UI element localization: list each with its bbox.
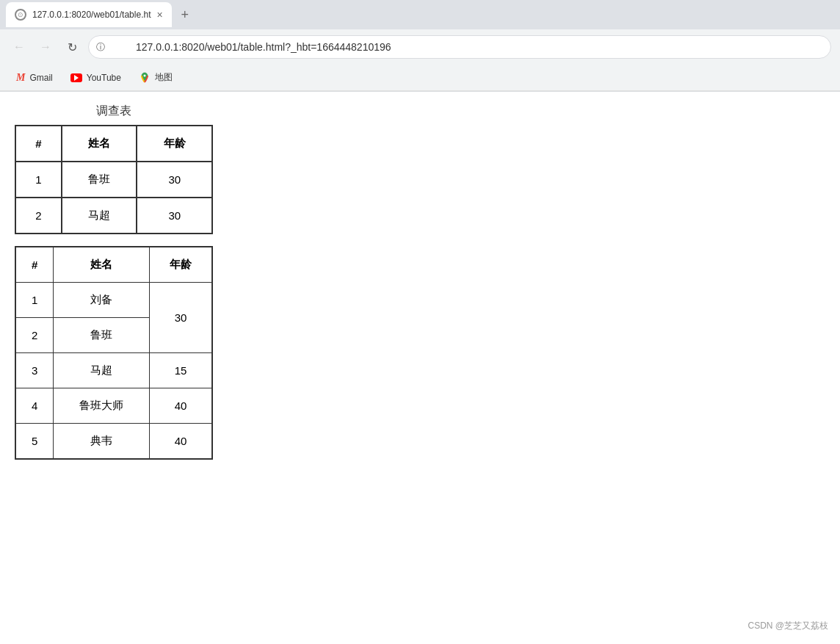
new-tab-button[interactable]: + — [175, 4, 195, 25]
t2-r4-name: 鲁班大师 — [54, 388, 150, 424]
active-tab[interactable]: ⊙ 127.0.0.1:8020/web01/table.ht × — [6, 2, 172, 27]
security-icon: ⓘ — [96, 41, 105, 54]
tab-bar: ⊙ 127.0.0.1:8020/web01/table.ht × + — [0, 0, 840, 29]
table2-header-hash: # — [16, 247, 54, 283]
page-title: 调查表 — [15, 104, 213, 119]
table-row: 4 鲁班大师 40 — [16, 388, 212, 424]
youtube-play-icon — [74, 75, 79, 81]
bookmark-gmail[interactable]: M Gmail — [9, 69, 60, 87]
t2-r5-id: 5 — [16, 424, 54, 459]
address-bar[interactable]: ⓘ 127.0.0.1:8020/web01/table.html?_hbt=1… — [88, 35, 831, 59]
table1-row2-age: 30 — [137, 198, 212, 234]
t2-r5-name: 典韦 — [54, 424, 150, 459]
table2-header-row: # 姓名 年龄 — [16, 247, 212, 283]
table-row: 3 马超 15 — [16, 353, 212, 388]
table2-wrapper: # 姓名 年龄 1 刘备 30 2 鲁班 3 马超 15 — [15, 246, 213, 460]
address-text: 127.0.0.1:8020/web01/table.html?_hbt=166… — [115, 41, 391, 53]
bookmark-youtube[interactable]: YouTube — [63, 70, 128, 86]
table1-row2-name: 马超 — [62, 198, 137, 234]
tab-favicon: ⊙ — [15, 9, 26, 21]
t2-r1-age: 30 — [150, 283, 212, 353]
page-content: 调查表 # 姓名 年龄 1 鲁班 30 2 马超 30 — [0, 92, 840, 471]
table1-header-age: 年龄 — [137, 126, 212, 162]
t2-r1-name: 刘备 — [54, 283, 150, 318]
t2-r5-age: 40 — [150, 424, 212, 459]
table-row: 1 刘备 30 — [16, 283, 212, 318]
youtube-label: YouTube — [87, 73, 121, 83]
youtube-icon — [70, 73, 82, 82]
table-row: 2 马超 30 — [15, 198, 212, 234]
table1-header-hash: # — [15, 126, 62, 162]
bookmark-maps[interactable]: 地图 — [131, 68, 180, 87]
t2-r3-name: 马超 — [54, 353, 150, 388]
table-row: 5 典韦 40 — [16, 424, 212, 459]
table1-row1-name: 鲁班 — [62, 162, 137, 198]
t2-r2-id: 2 — [16, 318, 54, 353]
tab-title: 127.0.0.1:8020/web01/table.ht — [32, 10, 151, 20]
table1-header-row: # 姓名 年龄 — [15, 126, 212, 162]
refresh-button[interactable]: ↻ — [62, 37, 82, 57]
table1: # 姓名 年龄 1 鲁班 30 2 马超 30 — [15, 126, 212, 234]
table-row: 1 鲁班 30 — [15, 162, 212, 198]
table2-header-name: 姓名 — [54, 247, 150, 283]
t2-r1-id: 1 — [16, 283, 54, 318]
t2-r2-name: 鲁班 — [54, 318, 150, 353]
maps-label: 地图 — [155, 71, 173, 84]
gmail-icon: M — [16, 72, 25, 84]
address-bar-wrapper: ⓘ 127.0.0.1:8020/web01/table.html?_hbt=1… — [88, 35, 831, 59]
table2-header-age: 年龄 — [150, 247, 212, 283]
t2-r3-id: 3 — [16, 353, 54, 388]
table1-header-name: 姓名 — [62, 126, 137, 162]
table1-row1-id: 1 — [15, 162, 62, 198]
table1-row1-age: 30 — [137, 162, 212, 198]
maps-icon — [139, 72, 151, 84]
forward-button[interactable]: → — [35, 37, 56, 57]
nav-bar: ← → ↻ ⓘ 127.0.0.1:8020/web01/table.html?… — [0, 29, 840, 65]
table1-row2-id: 2 — [15, 198, 62, 234]
svg-point-0 — [143, 74, 145, 76]
back-button[interactable]: ← — [9, 37, 29, 57]
bookmarks-bar: M Gmail YouTube 地图 — [0, 65, 840, 91]
t2-r4-age: 40 — [150, 388, 212, 424]
table1-wrapper: # 姓名 年龄 1 鲁班 30 2 马超 30 — [15, 125, 213, 234]
gmail-label: Gmail — [29, 73, 52, 83]
t2-r4-id: 4 — [16, 388, 54, 424]
watermark: CSDN @芝芝又荔枝 — [747, 620, 828, 632]
tab-close-button[interactable]: × — [156, 9, 162, 21]
t2-r3-age: 15 — [150, 353, 212, 388]
table2: # 姓名 年龄 1 刘备 30 2 鲁班 3 马超 15 — [15, 247, 212, 459]
